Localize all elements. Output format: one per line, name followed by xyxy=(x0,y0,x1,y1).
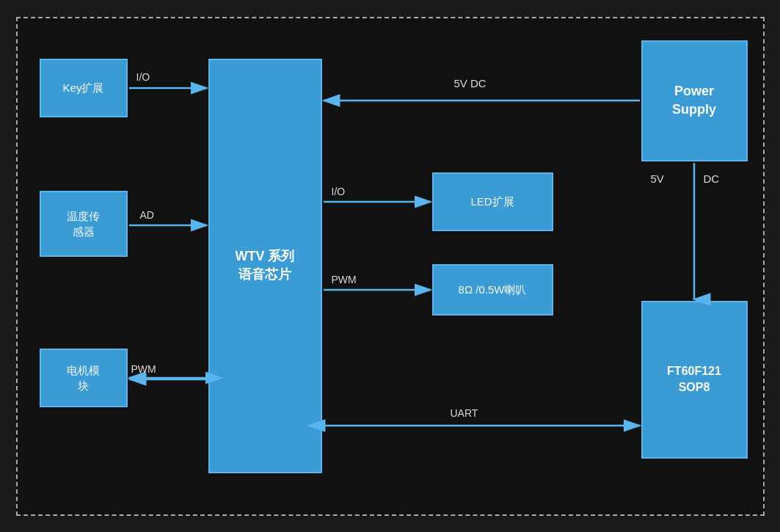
label-io-right: I/O xyxy=(332,186,346,197)
temp-sensor-block: 温度传感器 xyxy=(40,191,128,257)
label-dc-right: DC xyxy=(704,172,720,185)
main-chip-block: WTV 系列语音芯片 xyxy=(208,59,322,473)
led-expansion-block: LED扩展 xyxy=(432,172,553,231)
label-io-left: I/O xyxy=(136,71,150,83)
label-pwm-left: PWM xyxy=(131,363,156,375)
label-uart: UART xyxy=(451,407,478,419)
label-5v-right: 5V xyxy=(651,172,664,185)
speaker-block: 8Ω /0.5W喇叭 xyxy=(432,264,553,316)
label-5v-dc-top: 5V DC xyxy=(454,77,486,90)
ft60f121-block: FT60F121SOP8 xyxy=(641,301,748,459)
diagram-wrapper: Key扩展 温度传感器 电机模块 WTV 系列语音芯片 LED扩展 8Ω /0.… xyxy=(16,17,765,516)
label-ad-left: AD xyxy=(140,209,154,221)
label-pwm-right: PWM xyxy=(332,274,357,285)
motor-module-block: 电机模块 xyxy=(40,349,128,407)
power-supply-block: PowerSupply xyxy=(641,40,748,161)
key-expansion-block: Key扩展 xyxy=(40,59,128,117)
